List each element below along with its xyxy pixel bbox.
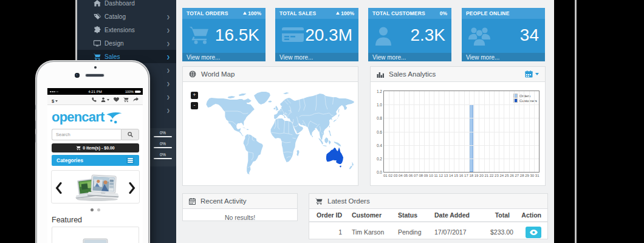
tile-total-sales: TOTAL SALES100%20.3MView more... [275,8,358,61]
chart-x-tick: 12 [439,174,443,177]
tile-body: 34 [462,19,545,53]
phone-icon[interactable] [92,97,97,102]
dashboard-icon [94,0,101,7]
chart-y-tick: 0.2 [377,156,382,160]
user-icon [374,26,392,48]
sidebar-item-sales[interactable]: Sales❯ [77,50,176,63]
catalog-icon [94,13,101,20]
chart-range-dropdown[interactable] [525,70,539,78]
recent-activity-empty: No results! [183,209,297,226]
chart-x-tick: 27 [515,174,519,177]
world-map-panel: World Map + - [182,66,358,186]
currency-dropdown[interactable]: $ [52,94,58,105]
volume-down-button [35,134,37,143]
mute-switch [35,104,37,110]
column-header: Customer [347,211,393,219]
chart-bar-orders [469,104,473,172]
heart-icon[interactable] [114,97,119,102]
chevron-down-icon [535,73,539,75]
admin-content: TOTAL ORDERS100%16.5KView more...TOTAL S… [176,0,554,243]
chart-y-tick: 0.0 [377,170,382,174]
tile-view-more-link[interactable]: View more... [368,53,451,61]
recent-activity-title: Recent Activity [200,197,246,205]
chevron-down-icon [55,100,58,102]
chevron-right-icon: ❯ [166,41,170,46]
sidebar-item-label: Extensions [104,27,135,33]
opencart-logo-cart-icon [106,112,122,124]
tile-value: 2.3K [410,26,445,45]
tile-body: 16.5K [182,19,265,53]
chart-x-tick: 26 [510,174,514,177]
column-header: Order ID [309,211,347,219]
chart-x-tick: 19 [474,174,479,177]
phone-sensor-dot [94,66,97,69]
stat-bar [154,147,172,148]
chart-x-tick: 24 [499,174,504,177]
carousel-prev-button[interactable] [55,182,62,194]
chevron-right-icon: ❯ [166,95,170,99]
chart-x-tick: 06 [409,174,413,177]
tile-value: 20.3M [305,26,352,45]
menu-icon[interactable] [126,157,134,164]
column-header: Action [515,211,547,219]
cart-total-button[interactable]: 0 item(s) - $0.00 [52,143,139,152]
chart-x-tick: 17 [464,174,468,177]
tile-value: 34 [520,26,539,45]
cart-icon [188,26,210,47]
tile-view-more-link[interactable]: View more... [462,53,545,61]
featured-heading: Featured [52,216,82,224]
carousel-dots[interactable] [47,208,143,211]
chart-x-tick: 18 [469,174,473,177]
tile-percent-badge: 0% [440,10,447,16]
map-zoom-in-button[interactable]: + [191,92,198,99]
map-zoom-out-button[interactable]: - [191,102,198,109]
account-dropdown[interactable] [101,97,109,102]
sidebar-item-design[interactable]: Design❯ [77,36,176,50]
latest-orders-title: Latest Orders [327,197,370,205]
column-header: Total [485,211,515,219]
phone-speaker [86,74,104,77]
world-map-header: World Map [183,67,358,82]
stat-bar [154,158,172,159]
carousel-next-button[interactable] [129,182,136,194]
sidebar-stats-widget: 0%0%0% [149,128,176,166]
chart-x-tick: 11 [434,174,437,177]
tile-people-online: PEOPLE ONLINE34View more... [462,8,545,61]
chart-x-tick: 08 [419,174,423,177]
chart-x-tick: 30 [530,174,535,177]
opencart-logo[interactable]: opencart [52,111,122,124]
recent-activity-header: Recent Activity [183,194,297,209]
sidebar-item-dashboard[interactable]: Dashboard [77,0,176,10]
search-button[interactable] [121,129,139,140]
tile-value: 16.5K [215,26,259,45]
categories-bar[interactable]: Categories [52,155,139,166]
view-order-button[interactable] [526,227,541,238]
cart-icon[interactable] [123,97,129,102]
sidebar-item-extensions[interactable]: Extensions❯ [77,23,176,36]
chart-x-axis: 0102030405060708091011121314151617181920… [383,174,540,177]
credit-card-icon [281,26,304,46]
search-input[interactable]: Search [52,129,121,140]
share-icon[interactable] [133,97,139,102]
featured-product-card[interactable] [52,227,139,243]
tile-view-more-link[interactable]: View more... [182,53,265,61]
cart-icon [315,198,323,205]
status-time: 4:21 PM [47,90,143,94]
sidebar-item-label: Dashboard [104,0,135,7]
tile-view-more-link[interactable]: View more... [275,53,358,61]
latest-orders-header: Latest Orders [309,194,547,209]
chart-x-tick: 28 [520,174,524,177]
chevron-right-icon: ❯ [166,28,170,32]
chart-x-tick: 07 [414,174,418,177]
store-toolbar: $ [47,95,143,105]
sidebar-item-catalog[interactable]: Catalog❯ [77,10,176,23]
macbook-collage-image [75,174,120,202]
sales-analytics-header: Sales Analytics [371,67,545,82]
recent-activity-panel: Recent Activity No results! [182,193,298,221]
tile-header: TOTAL CUSTOMERS0% [368,8,451,19]
store-search: Search [52,129,139,140]
latest-orders-panel: Latest Orders Order IDCustomerStatusDate… [309,193,548,239]
chart-y-tick: 0.8 [377,116,382,120]
chart-y-tick: 0.6 [377,129,382,134]
chart-x-tick: 01 [383,174,388,177]
